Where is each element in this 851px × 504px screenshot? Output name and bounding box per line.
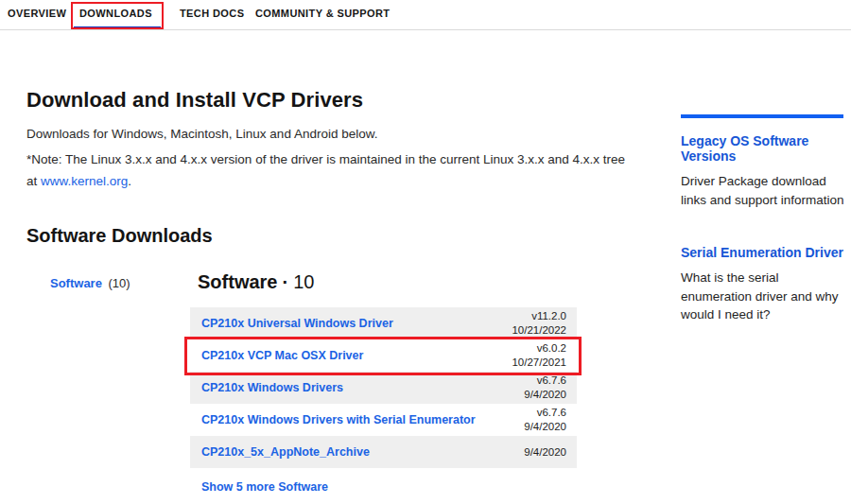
- serial-enumeration-driver-text: What is the serial enumeration driver an…: [681, 269, 847, 324]
- legacy-os-software-link[interactable]: Legacy OS Software Versions: [681, 133, 847, 164]
- sidebar-accent-bar: [681, 114, 843, 118]
- filter-software: Software (10): [50, 276, 130, 290]
- date-text: 9/4/2020: [524, 388, 566, 402]
- top-nav: OVERVIEW DOWNLOADS TECH DOCS COMMUNITY &…: [0, 0, 851, 30]
- list-heading-name: Software: [198, 271, 277, 292]
- tab-community-support[interactable]: COMMUNITY & SUPPORT: [255, 8, 390, 19]
- right-sidebar: Legacy OS Software Versions Driver Packa…: [681, 114, 847, 360]
- note-text-after: .: [128, 174, 131, 188]
- download-link[interactable]: CP210x Universal Windows Driver: [201, 317, 512, 330]
- filter-software-count: (10): [109, 276, 130, 290]
- tab-overview[interactable]: OVERVIEW: [8, 8, 66, 19]
- row-meta: v6.0.2 10/27/2021: [512, 341, 566, 370]
- tab-tech-docs[interactable]: TECH DOCS: [180, 8, 244, 19]
- row-meta: v6.7.6 9/4/2020: [524, 406, 566, 434]
- tab-downloads[interactable]: DOWNLOADS: [79, 8, 152, 19]
- date-text: 10/21/2022: [512, 323, 566, 338]
- table-row-windows-drivers: CP210x Windows Drivers v6.7.6 9/4/2020: [190, 372, 577, 404]
- version-text: v6.0.2: [512, 341, 566, 356]
- table-row-universal-windows-driver: CP210x Universal Windows Driver v11.2.0 …: [190, 307, 577, 339]
- intro-text: Downloads for Windows, Macintosh, Linux …: [26, 125, 377, 144]
- list-heading-separator: ·: [282, 271, 288, 292]
- download-link[interactable]: CP210x VCP Mac OSX Driver: [201, 349, 512, 362]
- version-text: v11.2.0: [512, 309, 566, 323]
- row-meta: v6.7.6 9/4/2020: [524, 374, 566, 402]
- table-row-appnote-archive: CP210x_5x_AppNote_Archive 9/4/2020: [190, 436, 577, 468]
- date-text: 9/4/2020: [524, 445, 566, 460]
- show-more-link[interactable]: Show 5 more Software: [201, 480, 328, 494]
- page: OVERVIEW DOWNLOADS TECH DOCS COMMUNITY &…: [0, 0, 851, 504]
- row-meta: v11.2.0 10/21/2022: [512, 309, 566, 338]
- active-tab-indicator: [74, 26, 161, 29]
- version-text: v6.7.6: [524, 374, 566, 388]
- date-text: 10/27/2021: [512, 356, 566, 370]
- section-title: Software Downloads: [26, 225, 213, 247]
- table-row-windows-drivers-serial-enumerator: CP210x Windows Drivers with Serial Enume…: [190, 404, 577, 436]
- row-meta: 9/4/2020: [524, 445, 566, 460]
- download-link[interactable]: CP210x_5x_AppNote_Archive: [201, 445, 524, 459]
- date-text: 9/4/2020: [524, 420, 566, 434]
- version-text: v6.7.6: [524, 406, 566, 420]
- kernel-org-link[interactable]: www.kernel.org: [41, 174, 128, 188]
- download-link[interactable]: CP210x Windows Drivers: [201, 381, 524, 394]
- table-row-vcp-mac-osx-driver: CP210x VCP Mac OSX Driver v6.0.2 10/27/2…: [190, 339, 577, 372]
- list-heading-count: 10: [293, 271, 314, 292]
- list-heading: Software·10: [198, 271, 314, 293]
- legacy-os-software-text: Driver Package download links and suppor…: [681, 172, 847, 209]
- note-text: *Note: The Linux 3.x.x and 4.x.x version…: [26, 148, 639, 192]
- serial-enumeration-driver-link[interactable]: Serial Enumeration Driver: [681, 245, 847, 260]
- downloads-table: CP210x Universal Windows Driver v11.2.0 …: [190, 307, 577, 468]
- filter-software-link[interactable]: Software: [50, 276, 102, 290]
- page-title: Download and Install VCP Drivers: [26, 88, 363, 113]
- download-link[interactable]: CP210x Windows Drivers with Serial Enume…: [201, 413, 524, 426]
